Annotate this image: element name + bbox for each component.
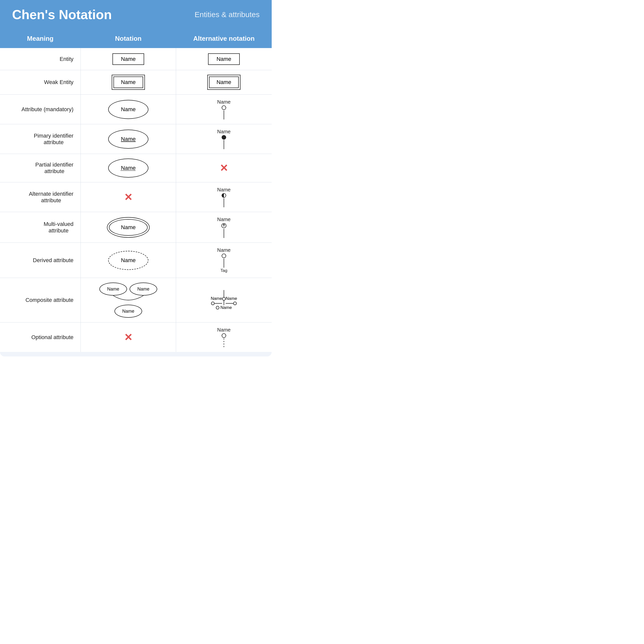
page-subtitle: Entities & attributes [195, 10, 260, 19]
ellipse-inner: Name [109, 219, 148, 236]
center-circle [222, 297, 226, 301]
cell-meaning-attribute-mandatory: Attribute (mandatory) [0, 95, 81, 124]
cell-alt-weak-entity: Name [176, 70, 272, 94]
header: Chen's Notation Entities & attributes [0, 0, 272, 29]
table-row: Alternate identifierattribute ✕ Name [0, 182, 272, 212]
cell-meaning-alt-id: Alternate identifierattribute [0, 182, 81, 212]
cell-alt-derived: Name Tag [176, 243, 272, 278]
alt-line [224, 110, 224, 119]
cell-meaning-multivalued: Multi-valuedattribute [0, 212, 81, 243]
table-row: Derived attribute Name Name Tag [0, 243, 272, 278]
table-row: Partial identifierattribute Name ✕ [0, 154, 272, 182]
table-row: Weak Entity Name Name [0, 70, 272, 95]
h-line-right [226, 303, 233, 304]
composite-alt-branches: Name Name [211, 290, 237, 305]
composite-tree-alt: Name Name [211, 290, 237, 310]
cell-alt-partial-id: ✕ [176, 154, 272, 182]
ellipse-dashed-derived: Name [108, 251, 148, 270]
composite-top-row: Name Name [99, 283, 157, 296]
table-area: Entity Name Name Weak Entity Name Name A… [0, 48, 272, 356]
table-row: Multi-valuedattribute Name Name [0, 212, 272, 243]
center-line-down [224, 301, 224, 305]
cell-notation-multivalued: Name [81, 212, 176, 243]
alt-circle-derived [222, 254, 226, 258]
cell-notation-alt-id: ✕ [81, 182, 176, 212]
cell-alt-alt-id: Name [176, 182, 272, 212]
cell-notation-entity: Name [81, 48, 176, 70]
alt-node-mandatory: Name [217, 99, 230, 119]
alt-line [224, 140, 224, 149]
cell-alt-composite: Name Name [176, 278, 272, 322]
alt-circle-filled [222, 135, 226, 140]
ellipse-primary-id: Name [108, 130, 148, 149]
table-row: Optional attribute ✕ Name [0, 323, 272, 352]
alt-node-primary-id: Name [217, 129, 230, 149]
branch-left-circle [211, 302, 215, 305]
page-title: Chen's Notation [12, 7, 112, 22]
cell-notation-partial-id: Name [81, 154, 176, 182]
alt-node-optional: Name [217, 327, 230, 347]
cell-notation-primary-id: Name [81, 124, 176, 154]
branch-left-circle-line [211, 302, 222, 305]
table-row: Attribute (mandatory) Name Name [0, 95, 272, 124]
table-row: Entity Name Name [0, 48, 272, 70]
alt-node-multivalued: Name [217, 217, 230, 238]
alt-node-derived: Name Tag [217, 247, 230, 273]
red-x-alt-id-notation: ✕ [124, 191, 133, 203]
cell-notation-derived: Name [81, 243, 176, 278]
alt-circle-half [222, 193, 226, 198]
alt-line [224, 198, 224, 207]
col-notation: Notation [81, 29, 176, 48]
red-x-optional: ✕ [124, 332, 133, 343]
weak-entity-double-rect-alt: Name [207, 75, 241, 90]
branch-center [222, 290, 226, 305]
alt-line [224, 229, 224, 238]
bottom-circle [216, 306, 219, 309]
branch-right-circle [233, 302, 237, 305]
cell-meaning-entity: Entity [0, 48, 81, 70]
entity-rect: Name [112, 53, 144, 65]
cell-notation-weak-entity: Name [81, 70, 176, 94]
red-x-partial-id: ✕ [220, 162, 228, 174]
branch-right: Name [226, 296, 237, 305]
ellipse-small-3: Name [114, 305, 142, 318]
tag-label: Tag [220, 268, 227, 273]
ellipse-partial-id: Name [108, 158, 148, 178]
cell-meaning-primary-id: Pimary identifierattribute [0, 124, 81, 154]
entity-rect-alt: Name [208, 53, 240, 65]
col-meaning: Meaning [0, 29, 81, 48]
cell-notation-optional: ✕ [81, 323, 176, 352]
cell-meaning-optional: Optional attribute [0, 323, 81, 352]
cell-meaning-partial-id: Partial identifierattribute [0, 154, 81, 182]
h-line-left [215, 303, 222, 304]
alt-line-dashed [224, 338, 224, 347]
ellipse-small-2: Name [130, 283, 157, 296]
cell-alt-multivalued: Name [176, 212, 272, 243]
cell-meaning-weak-entity: Weak Entity [0, 70, 81, 94]
table-row: Pimary identifierattribute Name Name [0, 124, 272, 154]
cell-notation-attribute-mandatory: Name [81, 95, 176, 124]
cell-alt-attribute-mandatory: Name [176, 95, 272, 124]
cell-meaning-derived: Derived attribute [0, 243, 81, 278]
column-headers: Meaning Notation Alternative notation [0, 29, 272, 48]
cell-alt-entity: Name [176, 48, 272, 70]
composite-connector-svg [98, 296, 158, 305]
composite-notation: Name Name Name [98, 283, 158, 318]
branch-left: Name [211, 296, 222, 305]
alt-circle-arrow [221, 223, 227, 228]
center-line-up [224, 290, 224, 297]
alt-node-alt-id: Name [217, 187, 230, 207]
ellipse-double-multivalued: Name [107, 217, 150, 238]
cell-alt-primary-id: Name [176, 124, 272, 154]
ellipse-mandatory: Name [108, 100, 148, 119]
weak-entity-double-rect: Name [112, 75, 145, 90]
alt-circle-optional [222, 333, 226, 338]
alt-line-derived [224, 259, 224, 268]
table-row: Composite attribute Name Name [0, 278, 272, 323]
cell-notation-composite: Name Name Name [81, 278, 176, 322]
branch-right-circle-line [226, 302, 237, 305]
cell-alt-optional: Name [176, 323, 272, 352]
ellipse-small-1: Name [99, 283, 127, 296]
alt-circle-open [222, 105, 226, 110]
cell-meaning-composite: Composite attribute [0, 278, 81, 322]
